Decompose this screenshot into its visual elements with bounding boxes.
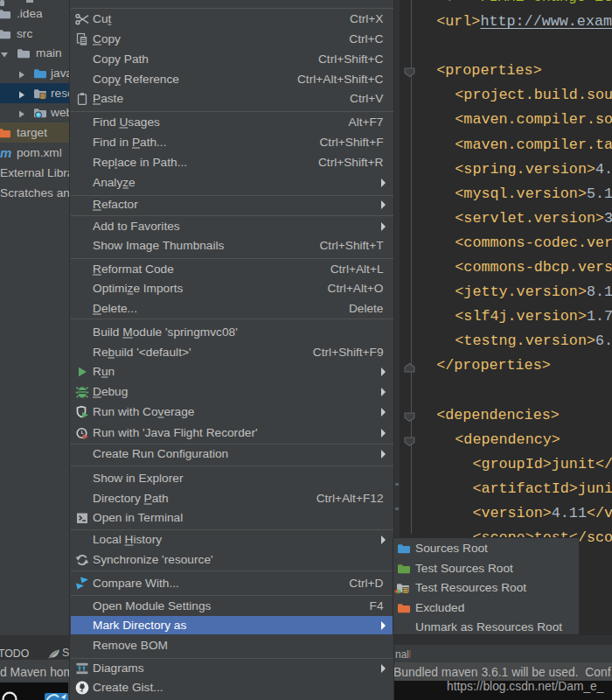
svg-text:m: m xyxy=(0,146,11,160)
